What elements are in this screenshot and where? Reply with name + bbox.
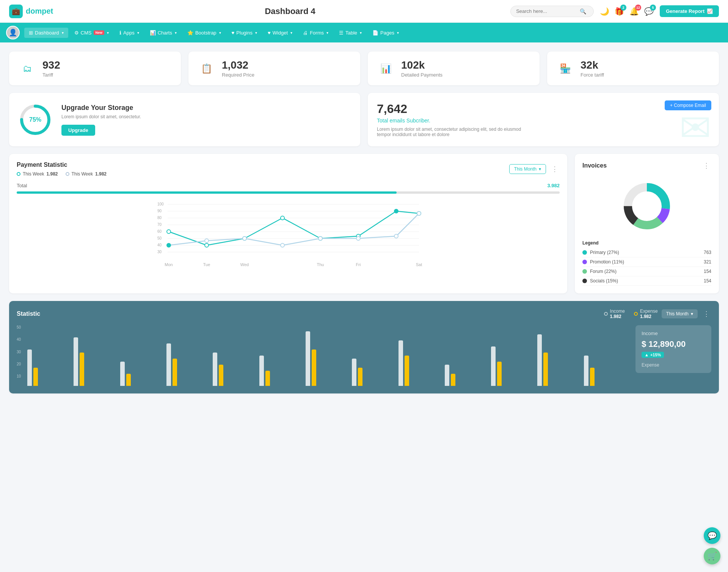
stat-card-tariff: 🗂 932 Tariff bbox=[9, 52, 181, 85]
bar-yellow-9 bbox=[405, 356, 409, 386]
invoices-more-options[interactable]: ⋮ bbox=[701, 161, 711, 170]
circle-progress: 75% bbox=[18, 103, 52, 137]
email-description: Lorem ipsum dolor sit amet, consectetur … bbox=[377, 127, 529, 137]
income-value: 1.982 bbox=[610, 314, 625, 319]
legend-item-week1: This Week 1.982 bbox=[17, 171, 58, 177]
nav-item-bootstrap[interactable]: ⭐ Bootstrap ▾ bbox=[183, 28, 226, 38]
svg-point-33 bbox=[417, 212, 421, 215]
forms-icon: 🖨 bbox=[303, 30, 308, 36]
required-price-icon: 📋 bbox=[198, 60, 216, 78]
primary-color bbox=[582, 250, 587, 255]
nav-item-plugins[interactable]: ♥ Plugins ▾ bbox=[227, 28, 262, 38]
y-label-10: 10 bbox=[17, 374, 21, 378]
statistic-title: Statistic bbox=[17, 310, 40, 317]
chat-icon-btn[interactable]: 💬 5 bbox=[644, 7, 654, 16]
upgrade-button[interactable]: Upgrade bbox=[61, 125, 95, 136]
stat-card-detailed-payments: 📊 102k Detailed Payments bbox=[368, 52, 540, 85]
legend-forum: Forum (22%) 154 bbox=[582, 267, 711, 276]
nav-item-dashboard[interactable]: ⊞ Dashboard ▾ bbox=[24, 28, 68, 38]
logo-text: dompet bbox=[26, 7, 53, 16]
nav-label-pages: Pages bbox=[380, 30, 394, 36]
bar-yellow-1 bbox=[33, 368, 38, 386]
nav-item-apps[interactable]: ℹ Apps ▾ bbox=[115, 28, 144, 38]
y-label-40: 40 bbox=[17, 337, 21, 342]
invoices-title: Invoices bbox=[582, 162, 607, 169]
income-badge: ▲ +15% bbox=[642, 352, 664, 358]
nav-item-pages[interactable]: 📄 Pages ▾ bbox=[368, 28, 403, 38]
required-price-label: Required Price bbox=[222, 72, 254, 78]
legend-title: Legend bbox=[582, 240, 711, 246]
legend-dot-1 bbox=[17, 172, 20, 176]
avatar: 👤 bbox=[6, 26, 20, 39]
socials-label: Socials (15%) bbox=[590, 278, 618, 284]
page-title: Dashboard 4 bbox=[76, 6, 504, 16]
bell-icon-btn[interactable]: 🔔 12 bbox=[629, 7, 639, 16]
bar-group-2 bbox=[74, 337, 118, 386]
charts-chevron-icon: ▾ bbox=[175, 31, 177, 35]
legend-socials: Socials (15%) 154 bbox=[582, 276, 711, 286]
dark-mode-toggle[interactable]: 🌙 bbox=[600, 7, 609, 16]
svg-point-24 bbox=[394, 209, 398, 213]
statistic-card: Statistic Income 1.982 Expense bbox=[9, 301, 719, 393]
bar-group-5 bbox=[213, 353, 257, 386]
statistic-month-filter[interactable]: This Month ▾ bbox=[662, 309, 698, 318]
table-icon: ☰ bbox=[339, 30, 344, 36]
svg-text:Sat: Sat bbox=[416, 262, 422, 267]
bar-yellow-6 bbox=[265, 371, 270, 386]
charts-icon: 📊 bbox=[150, 30, 156, 36]
forum-color bbox=[582, 269, 587, 274]
legend-primary: Primary (27%) 763 bbox=[582, 248, 711, 257]
nav-label-bootstrap: Bootstrap bbox=[195, 30, 217, 36]
force-tariff-icon: 🏪 bbox=[556, 60, 574, 78]
gift-icon-btn[interactable]: 🎁 2 bbox=[615, 7, 624, 16]
y-label-50: 50 bbox=[17, 325, 21, 329]
tariff-label: Tariff bbox=[42, 72, 60, 78]
email-count: 7,642 bbox=[377, 102, 710, 116]
expense-panel-title: Expense bbox=[642, 362, 705, 368]
bar-white-11 bbox=[491, 346, 496, 386]
email-bg-icon: ✉ bbox=[679, 106, 711, 146]
nav-item-widget[interactable]: ♥ Widget ▾ bbox=[263, 28, 297, 38]
more-options-button[interactable]: ⋮ bbox=[550, 165, 560, 173]
bar-white-2 bbox=[74, 337, 78, 386]
generate-report-button[interactable]: Generate Report 📈 bbox=[660, 5, 719, 17]
nav-item-forms[interactable]: 🖨 Forms ▾ bbox=[298, 28, 333, 38]
storage-title: Upgrade Your Storage bbox=[61, 104, 141, 112]
bar-group-10 bbox=[445, 365, 489, 386]
nav-item-cms[interactable]: ⚙ CMS New ▾ bbox=[70, 28, 113, 38]
detailed-payments-label: Detailed Payments bbox=[401, 72, 442, 78]
primary-value: 763 bbox=[704, 250, 711, 255]
promotion-label: Promotion (11%) bbox=[590, 259, 624, 265]
bar-white-9 bbox=[399, 340, 403, 386]
logo-area: 💼 dompet bbox=[9, 5, 70, 18]
income-badge-value: +15% bbox=[650, 353, 661, 357]
chevron-down-icon: ▾ bbox=[62, 31, 64, 35]
cms-icon: ⚙ bbox=[74, 30, 79, 36]
stat-legend-items: Income 1.982 Expense 1.982 bbox=[604, 309, 658, 319]
nav-label-forms: Forms bbox=[310, 30, 324, 36]
logo-icon: 💼 bbox=[9, 5, 23, 18]
nav-item-charts[interactable]: 📊 Charts ▾ bbox=[145, 28, 181, 38]
income-dot bbox=[604, 312, 608, 316]
payment-chart-card: Payment Statistic This Week 1.982 This W… bbox=[9, 154, 567, 293]
svg-text:40: 40 bbox=[157, 243, 162, 247]
header: 💼 dompet Dashboard 4 🔍 🌙 🎁 2 🔔 12 💬 5 Ge… bbox=[0, 0, 728, 23]
email-subtitle: Total emails Subcriber. bbox=[377, 118, 710, 124]
promotion-value: 321 bbox=[704, 259, 711, 265]
svg-text:60: 60 bbox=[157, 229, 162, 234]
main-content: 🗂 932 Tariff 📋 1,032 Required Price 📊 10… bbox=[0, 42, 728, 403]
svg-point-18 bbox=[167, 230, 171, 234]
svg-point-19 bbox=[205, 243, 209, 247]
search-input[interactable] bbox=[516, 8, 577, 14]
month-filter-button[interactable]: This Month ▾ bbox=[509, 164, 546, 174]
search-bar[interactable]: 🔍 bbox=[510, 6, 594, 17]
cms-new-badge: New bbox=[94, 30, 105, 35]
nav-item-table[interactable]: ☰ Table ▾ bbox=[334, 28, 366, 38]
bar-group-7 bbox=[306, 331, 350, 386]
nav-label-plugins: Plugins bbox=[236, 30, 253, 36]
svg-text:70: 70 bbox=[157, 223, 162, 227]
bar-yellow-3 bbox=[126, 374, 131, 386]
bar-white-6 bbox=[259, 356, 264, 386]
statistic-more-options[interactable]: ⋮ bbox=[701, 310, 711, 318]
stat-card-force-tariff: 🏪 32k Force tariff bbox=[547, 52, 719, 85]
